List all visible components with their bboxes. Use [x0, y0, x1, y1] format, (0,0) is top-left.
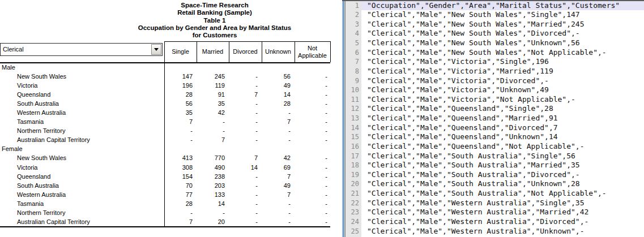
table-row: Victoria3084901469-: [0, 163, 330, 172]
line-number: 13: [346, 114, 359, 122]
table-body: MaleNew South Wales147245-56-Victoria196…: [0, 63, 330, 226]
editor-line[interactable]: 12"Clerical","Male","Queensland","Single…: [342, 104, 644, 114]
editor-line[interactable]: 11"Clerical","Male","Victoria","Not Appl…: [342, 95, 644, 105]
line-text[interactable]: "Clerical","Male","Queensland","Single",…: [361, 104, 644, 114]
line-text[interactable]: "Clerical","Male","New South Wales","Mar…: [361, 20, 644, 29]
value-cell: 7: [229, 91, 262, 98]
editor-line[interactable]: 25"Clerical","Male","Western Australia",…: [342, 227, 644, 236]
editor-line[interactable]: 9"Clerical","Male","Victoria","Divorced"…: [342, 76, 644, 86]
editor-line[interactable]: 2"Clerical","Male","New South Wales","Si…: [342, 10, 644, 20]
value-cell: -: [295, 200, 330, 207]
editor-line[interactable]: 24"Clerical","Male","Western Australia",…: [342, 217, 644, 227]
title-line: Space-Time Research: [45, 2, 385, 9]
editor-line[interactable]: 3"Clerical","Male","New South Wales","Ma…: [342, 20, 644, 29]
line-text[interactable]: "Clerical","Male","Victoria","Not Applic…: [361, 95, 644, 105]
editor-line[interactable]: 5"Clerical","Male","New South Wales","Un…: [342, 38, 644, 48]
area-label: Northern Territory: [0, 127, 164, 134]
line-text[interactable]: "Clerical","Male","South Australia","Sin…: [361, 152, 644, 161]
value-cell: 14: [197, 200, 229, 207]
line-number: 21: [346, 189, 359, 197]
value-cell: -: [164, 209, 197, 216]
value-cell: 238: [197, 173, 229, 180]
value-cell: -: [229, 136, 262, 143]
editor-line[interactable]: 7"Clerical","Male","Victoria","Single",1…: [342, 57, 644, 67]
value-cell: 14: [229, 164, 262, 171]
line-text[interactable]: "Clerical","Male","New South Wales","Unk…: [361, 38, 644, 48]
line-text[interactable]: "Clerical","Male","Western Australia","D…: [361, 217, 644, 227]
editor-line[interactable]: 4"Clerical","Male","New South Wales","Di…: [342, 29, 644, 38]
value-cell: 7: [229, 154, 262, 161]
editor-line[interactable]: 21"Clerical","Male","South Australia","N…: [342, 189, 644, 199]
dropdown-arrow-button[interactable]: [151, 44, 161, 55]
value-cell: -: [295, 82, 330, 89]
line-number: 19: [346, 171, 359, 179]
value-cell: -: [295, 164, 330, 171]
value-cell: -: [262, 200, 295, 207]
editor-line[interactable]: 1"Occupation","Gender","Area","Marital S…: [342, 1, 644, 11]
occupation-dropdown[interactable]: Clerical: [0, 43, 163, 56]
value-cell: 35: [164, 109, 197, 116]
line-text[interactable]: "Clerical","Male","Queensland","Married"…: [361, 114, 644, 123]
editor-line[interactable]: 17"Clerical","Male","South Australia","S…: [342, 152, 644, 161]
line-number: 1: [346, 2, 359, 10]
line-text[interactable]: "Clerical","Male","Western Australia","S…: [361, 199, 644, 208]
editor-line[interactable]: 13"Clerical","Male","Queensland","Marrie…: [342, 114, 644, 123]
line-number: 23: [346, 208, 359, 216]
value-cell: 7: [262, 191, 295, 198]
line-text[interactable]: "Clerical","Male","Victoria","Married",1…: [361, 67, 644, 76]
editor-text-area[interactable]: 1"Occupation","Gender","Area","Marital S…: [342, 1, 644, 236]
editor-line[interactable]: 20"Clerical","Male","South Australia","U…: [342, 179, 644, 189]
value-cell: -: [229, 82, 262, 89]
value-cell: -: [229, 191, 262, 198]
line-text[interactable]: "Clerical","Male","Queensland","Unknown"…: [361, 132, 644, 142]
editor-line[interactable]: 19"Clerical","Male","South Australia","D…: [342, 170, 644, 180]
value-cell: 7: [164, 118, 197, 125]
value-cell: 42: [262, 154, 295, 161]
line-text[interactable]: "Clerical","Male","Western Australia","M…: [361, 208, 644, 217]
table-grid-line: [0, 226, 330, 227]
table-row: Western Australia3542---: [0, 108, 330, 117]
value-cell: 7: [164, 218, 197, 225]
editor-line[interactable]: 18"Clerical","Male","South Australia","M…: [342, 161, 644, 170]
editor-line[interactable]: 8"Clerical","Male","Victoria","Married",…: [342, 67, 644, 76]
value-cell: -: [262, 136, 295, 143]
line-text[interactable]: "Clerical","Male","South Australia","Div…: [361, 170, 644, 180]
value-cell: -: [295, 73, 330, 80]
line-text[interactable]: "Clerical","Male","Victoria","Unknown",4…: [361, 85, 644, 95]
line-text[interactable]: "Clerical","Male","Victoria","Divorced",…: [361, 76, 644, 86]
value-cell: 49: [262, 82, 295, 89]
line-text[interactable]: "Clerical","Male","Western Australia","U…: [361, 227, 644, 236]
line-text[interactable]: "Clerical","Male","Queensland","Not Appl…: [361, 142, 644, 152]
editor-line[interactable]: 16"Clerical","Male","Queensland","Not Ap…: [342, 142, 644, 152]
editor-line[interactable]: 22"Clerical","Male","Western Australia",…: [342, 199, 644, 208]
line-text[interactable]: "Clerical","Male","New South Wales","Sin…: [361, 10, 644, 20]
value-cell: -: [262, 218, 295, 225]
line-number: 25: [346, 227, 359, 235]
line-number: 10: [346, 86, 359, 94]
line-text[interactable]: "Clerical","Male","New South Wales","Div…: [361, 29, 644, 38]
title-line: Occupation by Gender and Area by Marital…: [45, 24, 385, 32]
line-text[interactable]: "Clerical","Male","Queensland","Divorced…: [361, 123, 644, 133]
line-text[interactable]: "Clerical","Male","South Australia","Not…: [361, 189, 644, 199]
table-row: Queensland154238-7-: [0, 172, 330, 181]
table-row: Tasmania7--7-: [0, 117, 330, 126]
value-cell: 133: [197, 191, 229, 198]
line-number: 18: [346, 161, 359, 169]
line-text[interactable]: "Clerical","Male","Victoria","Single",19…: [361, 57, 644, 67]
editor-line[interactable]: 23"Clerical","Male","Western Australia",…: [342, 208, 644, 217]
line-text[interactable]: "Clerical","Male","New South Wales","Not…: [361, 48, 644, 58]
area-label: Australian Capital Territory: [0, 136, 164, 143]
line-text[interactable]: "Clerical","Male","South Australia","Unk…: [361, 179, 644, 189]
area-label: Victoria: [0, 164, 164, 171]
editor-line[interactable]: 6"Clerical","Male","New South Wales","No…: [342, 48, 644, 58]
table-row: South Australia70203-49-: [0, 181, 330, 190]
value-cell: -: [262, 127, 295, 134]
area-label: Australian Capital Territory: [0, 218, 164, 225]
editor-line[interactable]: 14"Clerical","Male","Queensland","Divorc…: [342, 123, 644, 133]
line-number: 6: [346, 49, 359, 57]
editor-line[interactable]: 15"Clerical","Male","Queensland","Unknow…: [342, 132, 644, 142]
active-line-text[interactable]: "Occupation","Gender","Area","Marital St…: [361, 1, 644, 11]
line-text[interactable]: "Clerical","Male","South Australia","Mar…: [361, 161, 644, 170]
editor-line[interactable]: 10"Clerical","Male","Victoria","Unknown"…: [342, 85, 644, 95]
line-number: 2: [346, 11, 359, 19]
